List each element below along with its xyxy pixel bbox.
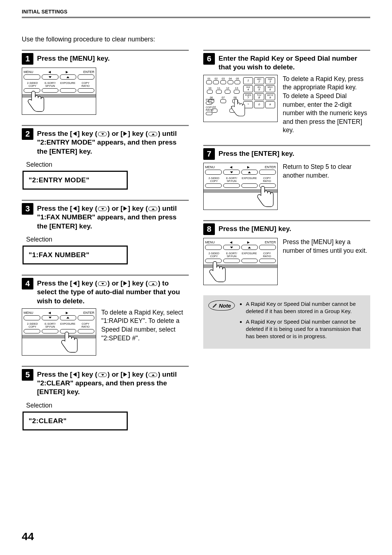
down-oval-icon bbox=[98, 373, 107, 377]
step-title: Press the [MENU] key. bbox=[37, 53, 110, 63]
left-arrow-icon bbox=[73, 281, 77, 285]
numeric-key: DEF3 bbox=[265, 77, 275, 84]
control-panel-illustration: MENU ◀▶ ENTER 2-SIDED COPY E-SOR bbox=[203, 238, 278, 285]
control-panel-illustration: MENU ◀▶ ENTER 2-SIDED COPY E-SOR bbox=[203, 163, 278, 210]
up-oval-icon bbox=[148, 281, 157, 286]
numeric-key: # bbox=[265, 101, 275, 108]
rapid-key: 05 bbox=[234, 77, 241, 84]
step-6: 6 Enter the Rapid Key or Speed Dial numb… bbox=[203, 50, 370, 135]
step-title: Press the [] key () or [] key () until "… bbox=[37, 203, 189, 231]
step-number: 7 bbox=[203, 148, 215, 160]
down-oval-icon bbox=[98, 207, 107, 211]
rapid-key: 02 bbox=[213, 77, 220, 84]
right-arrow-icon bbox=[123, 131, 127, 136]
numeric-key: WXYZ9 bbox=[265, 93, 275, 100]
rapid-key: 01 bbox=[206, 77, 212, 84]
control-panel-illustration: MENU ◀▶ ENTER 2-SIDED COPY E-SOR bbox=[22, 68, 96, 115]
selection-label: Selection bbox=[26, 161, 189, 169]
manual-page: INITIAL SETTINGS Use the following proce… bbox=[0, 0, 392, 555]
step-number: 2 bbox=[22, 128, 33, 140]
up-oval-icon bbox=[148, 373, 157, 377]
numeric-key: ABC2 bbox=[254, 77, 264, 84]
rapid-key: 07 bbox=[218, 96, 229, 103]
step-4: 4 Press the [] key () or [] key () to se… bbox=[22, 275, 189, 356]
step-title: Press the [ENTER] key. bbox=[219, 148, 294, 158]
two-column-layout: 1 Press the [MENU] key. MENU ◀▶ ENTER bbox=[22, 50, 370, 441]
step-number: 8 bbox=[203, 223, 215, 235]
step-side-text: Return to Step 5 to clear another number… bbox=[283, 163, 370, 210]
intro-text: Use the following procedure to clear num… bbox=[22, 36, 370, 43]
step-title: Enter the Rapid Key or Speed Dial number… bbox=[219, 53, 370, 72]
numeric-key: MNO6 bbox=[265, 85, 275, 92]
left-arrow-icon bbox=[73, 372, 77, 377]
rapid-key: 04 bbox=[227, 77, 234, 84]
rapid-key: 03 bbox=[220, 77, 226, 84]
step-side-text: To delete a Rapid Key, select "1:RAPID K… bbox=[101, 308, 189, 356]
rapid-key: 10 bbox=[206, 87, 214, 93]
note-badge: Note bbox=[208, 300, 235, 311]
selection-label: Selection bbox=[26, 236, 189, 243]
step-number: 3 bbox=[22, 203, 33, 215]
left-column: 1 Press the [MENU] key. MENU ◀▶ ENTER bbox=[22, 50, 189, 441]
step-number: 5 bbox=[22, 369, 33, 381]
note-box: Note A Rapid Key or Speed Dial number ca… bbox=[203, 295, 370, 349]
note-item: A Rapid Key or Speed Dial number cannot … bbox=[246, 300, 365, 315]
left-arrow-icon bbox=[73, 206, 77, 211]
page-number: 44 bbox=[22, 530, 34, 543]
step-number: 6 bbox=[203, 53, 215, 65]
step-number: 1 bbox=[22, 53, 33, 65]
step-1: 1 Press the [MENU] key. MENU ◀▶ ENTER bbox=[22, 50, 189, 115]
step-2: 2 Press the [] key () or [] key () until… bbox=[22, 125, 189, 190]
rapid-key: 11 bbox=[215, 87, 223, 93]
note-list: A Rapid Key or Speed Dial number cannot … bbox=[240, 300, 365, 343]
numeric-key: GHI4 bbox=[243, 85, 253, 92]
step-7: 7 Press the [ENTER] key. MENU ◀▶ ENTER bbox=[203, 145, 370, 210]
rapid-key: 13 bbox=[233, 87, 241, 93]
step-title: Press the [] key () or [] key () until "… bbox=[37, 128, 189, 156]
step-8: 8 Press the [MENU] key. MENU ◀▶ ENTER bbox=[203, 220, 370, 285]
hand-icon bbox=[25, 88, 47, 115]
header-rule bbox=[22, 17, 370, 18]
hand-icon bbox=[58, 329, 80, 356]
step-5: 5 Press the [] key () or [] key () until… bbox=[22, 366, 189, 430]
step-3: 3 Press the [] key () or [] key () until… bbox=[22, 200, 189, 264]
numeric-key: 1 bbox=[243, 77, 253, 84]
step-side-text: To delete a Rapid Key, press the appropr… bbox=[283, 75, 370, 135]
hand-icon bbox=[207, 259, 228, 285]
step-side-text: Press the [MENU] key a number of times u… bbox=[283, 238, 370, 285]
keypad-illustration: 0102030405 10111213 060708 1617 1ABC2DEF… bbox=[203, 75, 278, 122]
left-arrow-icon bbox=[73, 131, 77, 136]
numeric-key: JKL5 bbox=[254, 85, 264, 92]
control-panel-illustration: MENU ◀▶ ENTER 2-SIDED COPY E-SOR bbox=[22, 308, 96, 356]
step-title: Press the [] key () or [] key () until "… bbox=[37, 369, 189, 397]
right-column: 6 Enter the Rapid Key or Speed Dial numb… bbox=[203, 50, 370, 441]
numeric-key: 0 bbox=[254, 101, 264, 108]
note-item: A Rapid Key or Speed Dial number cannot … bbox=[246, 318, 365, 340]
numeric-key: TUV8 bbox=[254, 93, 264, 100]
down-oval-icon bbox=[98, 132, 107, 136]
pencil-icon bbox=[212, 303, 217, 308]
lcd-display: "2:CLEAR" bbox=[23, 412, 128, 430]
right-arrow-icon bbox=[123, 372, 127, 377]
step-title: Press the [MENU] key. bbox=[219, 223, 291, 233]
selection-label: Selection bbox=[26, 402, 189, 409]
step-number: 4 bbox=[22, 278, 33, 289]
hand-icon bbox=[254, 183, 276, 210]
lcd-display: "2:ENTRY MODE" bbox=[23, 171, 128, 190]
up-oval-icon bbox=[148, 207, 157, 211]
up-oval-icon bbox=[148, 132, 157, 136]
section-title: INITIAL SETTINGS bbox=[22, 9, 370, 15]
right-arrow-icon bbox=[123, 206, 127, 211]
lcd-display: "1:FAX NUMBER" bbox=[23, 246, 128, 264]
rapid-key: 12 bbox=[224, 87, 232, 93]
down-oval-icon bbox=[98, 281, 107, 286]
step-title: Press the [] key () or [] key () to sele… bbox=[37, 278, 189, 305]
hand-icon bbox=[229, 93, 247, 122]
right-arrow-icon bbox=[123, 281, 127, 285]
